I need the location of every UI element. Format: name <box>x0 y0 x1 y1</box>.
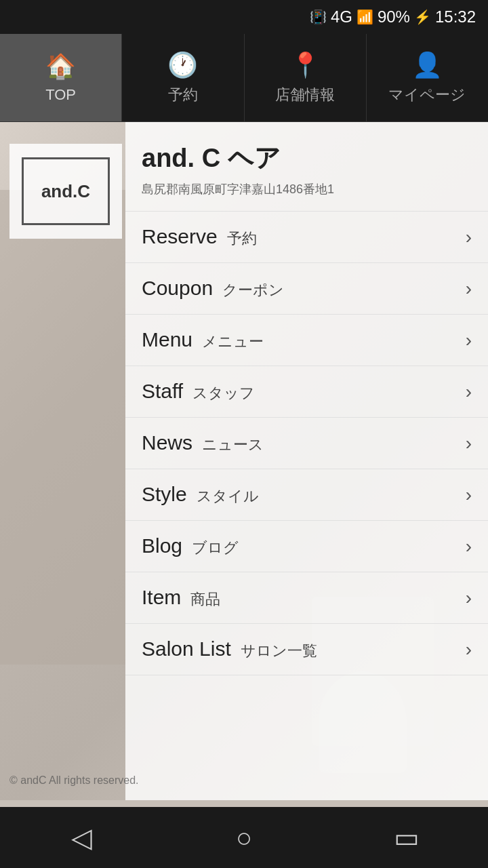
menu-item-blog-labels: Blog ブログ <box>142 534 239 558</box>
menu-item-news-en: News <box>142 431 192 454</box>
menu-item-blog-jp: ブログ <box>192 538 239 558</box>
tab-top[interactable]: 🏠 TOP <box>0 34 122 121</box>
menu-list: Reserve 予約 › Coupon クーポン › Menu メニュー › S… <box>125 212 488 675</box>
salon-address: 島尻郡南風原町字津嘉山1486番地1 <box>142 181 472 197</box>
home-icon: 🏠 <box>45 52 76 81</box>
menu-item-salonlist[interactable]: Salon List サロン一覧 › <box>125 624 488 675</box>
footer-copyright: © andC All rights reserved. <box>9 774 139 787</box>
menu-item-reserve-jp: 予約 <box>227 229 257 249</box>
person-icon: 👤 <box>412 51 443 79</box>
menu-item-news[interactable]: News ニュース › <box>125 418 488 469</box>
chevron-icon: › <box>466 381 472 403</box>
logo-box: and.C <box>9 144 122 239</box>
logo-frame: and.C <box>22 157 110 225</box>
nav-tabs: 🏠 TOP 🕐 予約 📍 店舗情報 👤 マイページ <box>0 34 488 122</box>
menu-item-salonlist-en: Salon List <box>142 637 231 660</box>
square-icon: ▭ <box>394 822 420 853</box>
menu-item-blog-en: Blog <box>142 534 182 557</box>
salon-name: and. C ヘア <box>142 141 472 176</box>
menu-item-coupon-jp: クーポン <box>222 280 284 300</box>
menu-item-item-jp: 商品 <box>190 589 220 610</box>
menu-item-staff-en: Staff <box>142 380 183 403</box>
recent-button[interactable]: ▭ <box>386 817 427 858</box>
chevron-icon: › <box>466 433 472 454</box>
chevron-icon: › <box>466 587 472 609</box>
menu-item-item-labels: Item 商品 <box>142 586 220 610</box>
status-bar: 📳 4G 📶 90% ⚡ 15:32 <box>0 0 488 34</box>
chevron-icon: › <box>466 278 472 300</box>
menu-item-coupon[interactable]: Coupon クーポン › <box>125 263 488 315</box>
menu-item-salonlist-labels: Salon List サロン一覧 <box>142 637 317 661</box>
tab-store[interactable]: 📍 店舗情報 <box>245 34 367 121</box>
network-label: 4G <box>331 7 352 26</box>
tab-reserve-label: 予約 <box>168 85 198 105</box>
signal-icon: 📶 <box>357 9 373 25</box>
back-icon: ◁ <box>71 822 92 853</box>
time-label: 15:32 <box>435 7 476 26</box>
overlay-panel: and. C ヘア 島尻郡南風原町字津嘉山1486番地1 Reserve 予約 … <box>125 122 488 800</box>
tab-mypage[interactable]: 👤 マイページ <box>367 34 488 121</box>
menu-item-blog[interactable]: Blog ブログ › <box>125 521 488 572</box>
status-icons: 📳 4G 📶 90% ⚡ 15:32 <box>310 7 476 26</box>
chevron-icon: › <box>466 484 472 506</box>
menu-item-style-labels: Style スタイル <box>142 483 259 507</box>
charging-icon: ⚡ <box>414 9 431 25</box>
tab-store-label: 店舗情報 <box>275 85 335 105</box>
circle-icon: ○ <box>236 823 252 853</box>
clock-icon: 🕐 <box>167 51 198 79</box>
menu-item-menu-en: Menu <box>142 328 192 351</box>
menu-item-menu[interactable]: Menu メニュー › <box>125 315 488 366</box>
menu-item-salonlist-jp: サロン一覧 <box>241 641 317 661</box>
menu-item-menu-labels: Menu メニュー <box>142 328 264 352</box>
menu-item-reserve-en: Reserve <box>142 225 218 248</box>
menu-item-staff[interactable]: Staff スタッフ › <box>125 366 488 418</box>
chevron-icon: › <box>466 639 472 660</box>
menu-item-coupon-en: Coupon <box>142 277 213 300</box>
menu-item-staff-labels: Staff スタッフ <box>142 380 255 403</box>
tab-reserve[interactable]: 🕐 予約 <box>122 34 244 121</box>
menu-item-style-jp: スタイル <box>197 486 259 507</box>
menu-item-style[interactable]: Style スタイル › <box>125 469 488 521</box>
tab-top-label: TOP <box>45 86 76 104</box>
salon-header: and. C ヘア 島尻郡南風原町字津嘉山1486番地1 <box>125 122 488 212</box>
tab-mypage-label: マイページ <box>388 85 466 105</box>
location-icon: 📍 <box>290 51 321 79</box>
battery-label: 90% <box>378 7 410 26</box>
vibrate-icon: 📳 <box>310 9 327 25</box>
home-button[interactable]: ○ <box>224 817 264 858</box>
menu-item-news-jp: ニュース <box>202 435 264 455</box>
menu-item-reserve-labels: Reserve 予約 <box>142 225 257 249</box>
menu-item-coupon-labels: Coupon クーポン <box>142 277 284 300</box>
menu-item-menu-jp: メニュー <box>202 332 264 352</box>
menu-item-item-en: Item <box>142 586 181 609</box>
menu-item-news-labels: News ニュース <box>142 431 264 455</box>
chevron-icon: › <box>466 330 472 351</box>
menu-item-reserve[interactable]: Reserve 予約 › <box>125 212 488 263</box>
chevron-icon: › <box>466 226 472 248</box>
menu-item-item[interactable]: Item 商品 › <box>125 572 488 624</box>
menu-item-style-en: Style <box>142 483 187 506</box>
logo-text: and.C <box>41 181 90 202</box>
back-button[interactable]: ◁ <box>61 817 102 858</box>
bottom-nav: ◁ ○ ▭ <box>0 807 488 868</box>
bg-left-panel <box>0 190 125 665</box>
menu-item-staff-jp: スタッフ <box>192 383 255 403</box>
chevron-icon: › <box>466 536 472 557</box>
